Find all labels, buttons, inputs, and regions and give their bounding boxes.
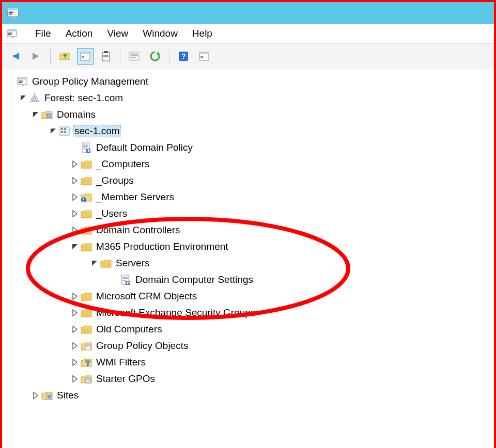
tree-item-label: _Member Servers [95, 191, 175, 203]
console-icon [17, 76, 28, 87]
refresh-button[interactable] [147, 48, 163, 65]
toolbar-separator [50, 49, 51, 64]
title-bar [2, 2, 494, 24]
tree-gpo-container[interactable]: Group Policy Objects [4, 338, 492, 354]
menu-action[interactable]: Action [66, 28, 93, 39]
collapse-icon[interactable] [71, 243, 79, 250]
tree-ou-domain-controllers[interactable]: Domain Controllers [4, 222, 492, 238]
expand-icon[interactable] [71, 326, 79, 333]
ou-folder-icon [81, 175, 92, 186]
tree-sites[interactable]: Sites [4, 387, 492, 404]
tree-ou-computers[interactable]: _Computers [4, 156, 492, 172]
properties-button[interactable] [126, 48, 143, 65]
ou-folder-icon [81, 241, 92, 252]
tree-ou-exchange-security-groups[interactable]: Microsoft Exchange Security Groups [4, 305, 492, 321]
ou-folder-icon [81, 158, 92, 170]
tree-ou-old-computers[interactable]: Old Computers [4, 321, 492, 338]
expand-icon[interactable] [71, 177, 79, 184]
tree-item-label: Microsoft Exchange Security Groups [95, 307, 256, 319]
tree-item-label: Default Domain Policy [95, 141, 194, 154]
tree-ou-member-servers[interactable]: _Member Servers [4, 189, 492, 205]
tree-root[interactable]: Group Policy Management [4, 73, 492, 90]
tree-forest[interactable]: Forest: sec-1.com [4, 90, 492, 106]
tree-ou-users[interactable]: _Users [4, 205, 492, 222]
tree-item-label: M365 Production Environment [95, 241, 229, 253]
expand-icon[interactable] [71, 375, 79, 382]
tree-domains-label: Domains [56, 108, 97, 121]
action-pane-button[interactable] [196, 48, 212, 65]
menu-console-icon [6, 28, 18, 39]
window: File Action View Window Help Group Polic… [0, 0, 496, 448]
menu-bar: File Action View Window Help [2, 24, 494, 44]
expand-icon[interactable] [71, 309, 79, 316]
gpo-folder-icon [81, 340, 92, 351]
expand-icon[interactable] [71, 359, 79, 366]
up-one-level-button[interactable] [56, 48, 73, 65]
expand-icon[interactable] [71, 194, 79, 201]
collapse-icon[interactable] [20, 94, 27, 102]
menu-view[interactable]: View [107, 28, 128, 39]
ou-folder-icon [81, 307, 92, 318]
tree-forest-label: Forest: sec-1.com [43, 92, 124, 104]
ou-folder-icon [100, 258, 112, 269]
ou-folder-icon [81, 291, 92, 302]
expand-icon[interactable] [71, 161, 79, 168]
gpo-link-icon [81, 142, 92, 153]
ou-folder-alert-icon [81, 191, 92, 203]
tree-ou-crm-objects[interactable]: Microsoft CRM Objects [4, 288, 492, 305]
clipboard-button[interactable] [98, 48, 114, 65]
collapse-icon[interactable] [91, 260, 98, 267]
ou-folder-icon [81, 324, 92, 335]
tree-ou-servers[interactable]: Servers [4, 255, 492, 271]
tree-item-label: Starter GPOs [95, 373, 156, 385]
wmi-filter-icon [81, 357, 92, 368]
tree-item-label: Sites [56, 389, 80, 402]
domain-icon [59, 125, 70, 137]
tree-pane: Group Policy Management Forest: sec-1.co… [2, 69, 494, 448]
tree-item-label: _Computers [95, 158, 151, 170]
tree-item-label: Domain Controllers [95, 224, 181, 236]
menu-window[interactable]: Window [143, 28, 178, 39]
tree-item-label: Microsoft CRM Objects [95, 290, 198, 302]
toolbar-separator [169, 49, 169, 64]
sites-folder-icon [41, 390, 53, 401]
tree-domain-sec1[interactable]: sec-1.com [4, 123, 492, 139]
tree-gpo-domain-computer-settings[interactable]: Domain Computer Settings [4, 271, 492, 288]
help-button[interactable] [175, 48, 192, 65]
collapse-icon[interactable] [50, 127, 57, 135]
expand-icon[interactable] [71, 227, 79, 234]
tree-domain-label: sec-1.com [73, 125, 121, 137]
expand-icon[interactable] [32, 392, 39, 399]
nav-forward-button[interactable] [28, 48, 44, 65]
forest-icon [29, 92, 40, 104]
app-icon [6, 6, 20, 20]
expand-icon[interactable] [71, 342, 79, 349]
tree-ou-groups[interactable]: _Groups [4, 172, 492, 189]
menu-help[interactable]: Help [192, 28, 212, 39]
tree-domains[interactable]: Domains [4, 106, 492, 123]
ou-folder-icon [81, 208, 92, 219]
tree-starter-gpos[interactable]: Starter GPOs [4, 371, 492, 387]
collapse-icon[interactable] [32, 111, 39, 118]
tree-wmi-filters[interactable]: WMI Filters [4, 354, 492, 371]
expand-icon[interactable] [71, 293, 79, 300]
tree-item-label: Servers [115, 257, 150, 269]
tree-item-label: Domain Computer Settings [134, 274, 254, 286]
menu-file[interactable]: File [35, 28, 51, 39]
toolbar-separator [120, 49, 120, 64]
expand-icon[interactable] [71, 210, 79, 217]
ou-folder-icon [81, 225, 92, 236]
tree-item-label: _Groups [95, 174, 135, 187]
show-hide-tree-button[interactable] [77, 48, 94, 65]
tree-item-label: WMI Filters [95, 356, 147, 369]
starter-gpo-icon [81, 373, 92, 385]
toolbar [2, 44, 494, 69]
tree-default-domain-policy[interactable]: Default Domain Policy [4, 139, 492, 156]
tree-ou-m365-env[interactable]: M365 Production Environment [4, 238, 492, 255]
domains-folder-icon [41, 109, 53, 120]
tree-root-label: Group Policy Management [31, 75, 149, 88]
tree-item-label: _Users [95, 207, 128, 220]
nav-back-button[interactable] [7, 48, 24, 65]
gpo-link-icon [120, 274, 131, 285]
tree-item-label: Old Computers [95, 323, 163, 335]
